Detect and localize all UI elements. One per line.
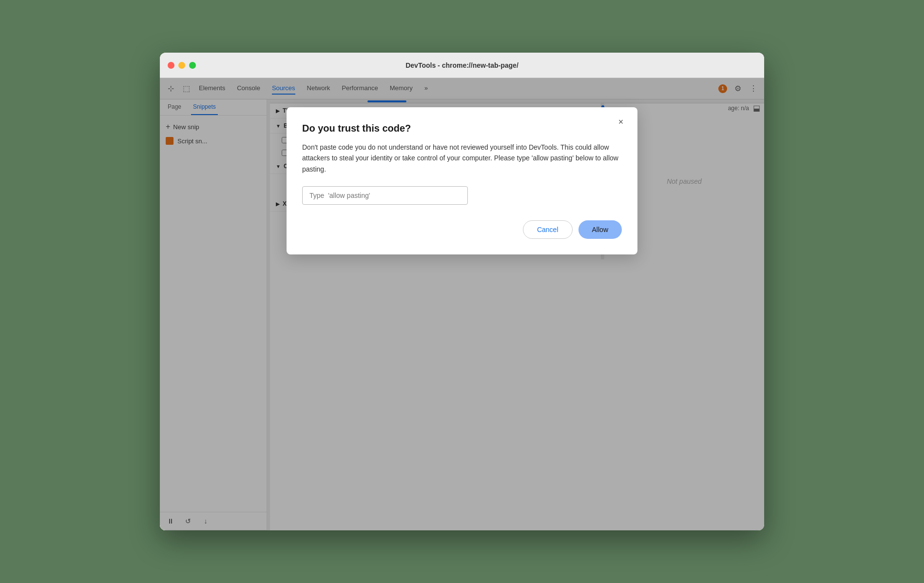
allow-pasting-input[interactable] <box>302 186 468 205</box>
allow-button[interactable]: Allow <box>578 220 622 239</box>
minimize-button[interactable] <box>178 62 185 69</box>
close-button[interactable] <box>168 62 174 69</box>
modal-buttons: Cancel Allow <box>302 220 622 239</box>
devtools-window: DevTools - chrome://new-tab-page/ ⊹ ⬚ El… <box>160 53 764 530</box>
cancel-button[interactable]: Cancel <box>523 220 573 239</box>
modal-close-button[interactable]: × <box>614 115 628 129</box>
modal-title: Do you trust this code? <box>302 123 622 134</box>
devtools-body: ⊹ ⬚ Elements Console Sources Network Per… <box>160 78 764 530</box>
modal-overlay: × Do you trust this code? Don't paste co… <box>160 78 764 530</box>
titlebar: DevTools - chrome://new-tab-page/ <box>160 53 764 78</box>
window-title: DevTools - chrome://new-tab-page/ <box>405 61 519 69</box>
window-controls <box>168 62 196 69</box>
trust-code-modal: × Do you trust this code? Don't paste co… <box>287 107 637 254</box>
maximize-button[interactable] <box>189 62 196 69</box>
modal-body: Don't paste code you do not understand o… <box>302 142 622 175</box>
